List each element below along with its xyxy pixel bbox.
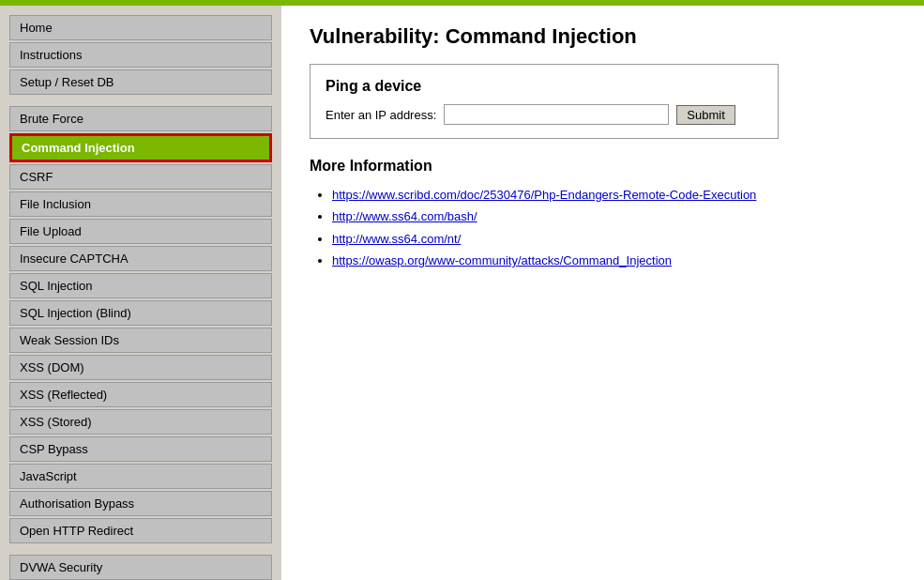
sidebar-item-home[interactable]: Home [9,15,272,40]
sidebar-item-brute-force[interactable]: Brute Force [9,106,272,131]
list-item: http://www.ss64.com/nt/ [332,228,896,250]
more-info-title: More Information [310,158,896,175]
sidebar-item-insecure-captcha[interactable]: Insecure CAPTCHA [9,246,272,271]
sidebar-group-config: DVWA Security PHP Info [9,555,272,580]
ip-address-label: Enter an IP address: [326,108,436,122]
list-item: http://www.ss64.com/bash/ [332,206,896,227]
sidebar-item-csp-bypass[interactable]: CSP Bypass [9,436,272,462]
sidebar-item-open-http-redirect[interactable]: Open HTTP Redirect [9,518,272,543]
list-item: https://www.scribd.com/doc/2530476/Php-E… [332,184,896,206]
sidebar-item-instructions[interactable]: Instructions [9,42,272,68]
sidebar-item-sql-injection-blind[interactable]: SQL Injection (Blind) [9,300,272,326]
submit-button[interactable]: Submit [676,105,735,125]
ping-title: Ping a device [326,78,763,95]
sidebar-item-authorisation-bypass[interactable]: Authorisation Bypass [9,491,272,516]
sidebar-item-file-inclusion[interactable]: File Inclusion [9,191,272,217]
list-item: https://owasp.org/www-community/attacks/… [332,250,896,271]
sidebar-item-command-injection[interactable]: Command Injection [9,133,272,162]
more-info-section: More Information https://www.scribd.com/… [310,158,896,272]
sidebar-item-javascript[interactable]: JavaScript [9,464,272,489]
sidebar-item-xss-stored[interactable]: XSS (Stored) [9,409,272,435]
sidebar-group-main: Home Instructions Setup / Reset DB [9,15,272,95]
sidebar-item-dvwa-security[interactable]: DVWA Security [9,555,272,580]
sidebar-group-vulnerabilities: Brute Force Command Injection CSRF File … [9,106,272,543]
sidebar-item-xss-dom[interactable]: XSS (DOM) [9,355,272,380]
more-info-link-3[interactable]: http://www.ss64.com/nt/ [332,232,461,246]
more-info-link-4[interactable]: https://owasp.org/www-community/attacks/… [332,253,672,267]
sidebar-item-setup-reset[interactable]: Setup / Reset DB [9,69,272,95]
page-title: Vulnerability: Command Injection [310,24,896,49]
sidebar-item-sql-injection[interactable]: SQL Injection [9,273,272,298]
ping-form: Enter an IP address: Submit [326,104,763,125]
sidebar-item-xss-reflected[interactable]: XSS (Reflected) [9,382,272,407]
more-info-link-1[interactable]: https://www.scribd.com/doc/2530476/Php-E… [332,188,756,202]
more-info-link-2[interactable]: http://www.ss64.com/bash/ [332,209,477,223]
sidebar-item-weak-session-ids[interactable]: Weak Session IDs [9,328,272,353]
ip-address-input[interactable] [444,104,669,125]
sidebar-item-csrf[interactable]: CSRF [9,164,272,190]
sidebar-item-file-upload[interactable]: File Upload [9,219,272,244]
ping-box: Ping a device Enter an IP address: Submi… [310,64,779,139]
sidebar: Home Instructions Setup / Reset DB Brute… [0,6,281,580]
main-content: Vulnerability: Command Injection Ping a … [281,6,924,580]
more-info-list: https://www.scribd.com/doc/2530476/Php-E… [310,184,896,272]
